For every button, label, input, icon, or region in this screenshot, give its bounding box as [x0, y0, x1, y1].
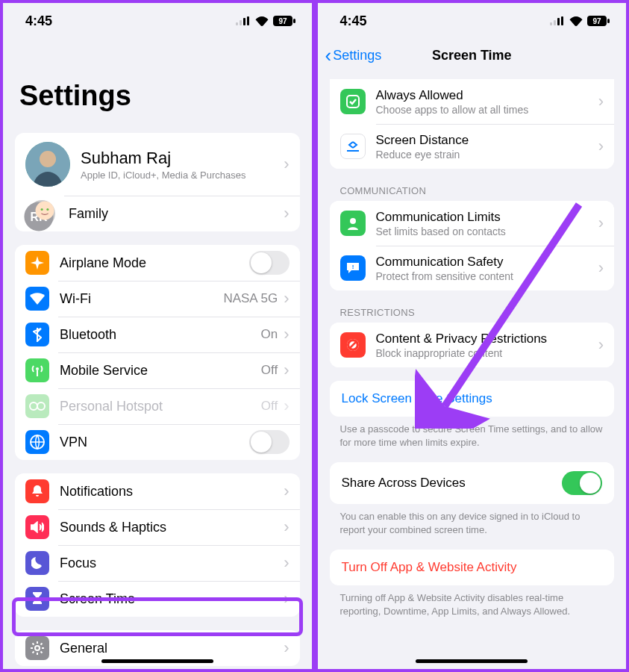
svg-rect-20 — [554, 20, 556, 25]
notifications-row[interactable]: Notifications › — [15, 473, 300, 509]
nav-title: Screen Time — [432, 48, 512, 63]
svg-rect-24 — [607, 19, 610, 23]
wifi-row[interactable]: Wi-Fi NASA 5G › — [15, 281, 300, 317]
svg-point-12 — [41, 208, 43, 211]
back-button[interactable]: ‹ Settings — [325, 39, 382, 72]
chevron-right-icon: › — [284, 638, 289, 658]
row-label: Wi-Fi — [60, 291, 223, 307]
communication-safety-row[interactable]: ! Communication SafetyProtect from sensi… — [330, 246, 615, 290]
row-value: On — [260, 327, 278, 342]
communication-limits-row[interactable]: Communication LimitsSet limits based on … — [330, 201, 615, 246]
home-indicator[interactable] — [416, 659, 528, 663]
section-header-restrictions: RESTRICTIONS — [318, 290, 627, 323]
row-subtitle: Choose apps to allow at all times — [376, 104, 598, 116]
svg-point-11 — [36, 202, 54, 220]
row-label: Airplane Mode — [60, 255, 249, 271]
gear-icon — [25, 636, 49, 660]
chevron-right-icon: › — [284, 155, 289, 174]
chat-bubble-icon: ! — [340, 255, 366, 281]
chevron-right-icon: › — [598, 258, 604, 278]
family-row[interactable]: RK Family › — [15, 196, 300, 231]
person-icon — [340, 211, 366, 236]
row-value: Off — [261, 363, 278, 378]
share-toggle[interactable] — [562, 471, 602, 495]
svg-rect-22 — [561, 16, 563, 25]
svg-point-27 — [350, 218, 356, 224]
vpn-toggle[interactable] — [249, 430, 290, 454]
family-label: Family — [69, 206, 284, 222]
wifi-icon — [25, 287, 49, 311]
apple-id-row[interactable]: Subham Raj Apple ID, iCloud+, Media & Pu… — [15, 133, 300, 196]
wifi-icon — [255, 16, 269, 26]
chevron-right-icon: › — [284, 482, 289, 501]
battery-icon: 97 — [273, 16, 295, 26]
wifi-icon — [569, 16, 583, 26]
section-header-communication: COMMUNICATION — [318, 169, 627, 201]
profile-name: Subham Raj — [81, 149, 284, 168]
profile-sub: Apple ID, iCloud+, Media & Purchases — [81, 169, 284, 181]
sounds-row[interactable]: Sounds & Haptics › — [15, 509, 300, 545]
row-label: VPN — [60, 435, 249, 450]
vpn-icon — [25, 430, 49, 454]
row-title: Always Allowed — [376, 88, 598, 103]
avatar — [25, 142, 70, 187]
screen-time-row[interactable]: Screen Time › — [15, 581, 300, 617]
svg-point-8 — [40, 151, 56, 167]
always-allowed-row[interactable]: Always AllowedChoose apps to allow at al… — [330, 79, 615, 124]
row-subtitle: Block inappropriate content — [376, 347, 598, 359]
status-time: 4:45 — [340, 13, 367, 29]
vpn-row[interactable]: VPN — [15, 424, 300, 460]
connectivity-group: Airplane Mode Wi-Fi NASA 5G › Bluetooth … — [15, 245, 300, 460]
share-across-devices-row[interactable]: Share Across Devices — [330, 462, 615, 504]
row-label: Focus — [60, 556, 284, 571]
chevron-right-icon: › — [284, 553, 289, 573]
status-icons: 97 — [550, 16, 610, 26]
row-label: General — [60, 641, 284, 656]
link-label: Lock Screen Time Settings — [342, 391, 492, 405]
allowed-group: Always AllowedChoose apps to allow at al… — [330, 79, 615, 169]
screen-time-screen: 4:45 97 ‹ Settings Screen Time Always Al… — [315, 0, 630, 672]
chevron-left-icon: ‹ — [325, 44, 332, 67]
turn-off-activity-button[interactable]: Turn Off App & Website Activity — [330, 550, 615, 585]
mobile-service-row[interactable]: Mobile Service Off › — [15, 352, 300, 388]
bluetooth-icon — [25, 323, 49, 346]
airplane-mode-row[interactable]: Airplane Mode — [15, 245, 300, 281]
svg-rect-1 — [240, 20, 242, 25]
hotspot-icon — [25, 394, 49, 418]
row-label: Personal Hotspot — [60, 399, 261, 414]
screen-distance-row[interactable]: Screen DistanceReduce eye strain › — [330, 124, 615, 169]
row-title: Communication Limits — [376, 210, 598, 225]
check-shield-icon — [340, 89, 366, 114]
svg-point-13 — [46, 208, 48, 211]
svg-point-15 — [30, 402, 37, 410]
nav-bar: ‹ Settings Screen Time — [318, 39, 627, 72]
row-subtitle: Protect from sensitive content — [376, 270, 598, 282]
antenna-icon — [25, 358, 49, 382]
airplane-toggle[interactable] — [249, 251, 290, 275]
content-privacy-row[interactable]: Content & Privacy RestrictionsBlock inap… — [330, 323, 615, 367]
airplane-icon — [25, 251, 49, 275]
row-label: Mobile Service — [60, 363, 261, 379]
row-value: NASA 5G — [223, 291, 278, 306]
home-indicator[interactable] — [101, 659, 213, 663]
turnoff-footer: Turning off App & Website Activity disab… — [318, 585, 627, 640]
row-title: Screen Distance — [376, 133, 598, 148]
restrictions-group: Content & Privacy RestrictionsBlock inap… — [330, 323, 615, 367]
personal-hotspot-row[interactable]: Personal Hotspot Off › — [15, 388, 300, 424]
focus-row[interactable]: Focus › — [15, 545, 300, 581]
chevron-right-icon: › — [284, 361, 289, 380]
hourglass-icon — [25, 587, 49, 611]
lock-screen-time-button[interactable]: Lock Screen Time Settings — [330, 381, 615, 417]
row-subtitle: Set limits based on contacts — [376, 225, 598, 237]
svg-point-16 — [37, 402, 45, 410]
chevron-right-icon: › — [284, 289, 289, 308]
row-title: Content & Privacy Restrictions — [376, 332, 598, 346]
row-label: Notifications — [60, 484, 284, 500]
chevron-right-icon: › — [598, 92, 604, 111]
no-entry-icon — [340, 332, 366, 358]
status-bar: 4:45 97 — [318, 3, 627, 39]
bluetooth-row[interactable]: Bluetooth On › — [15, 317, 300, 352]
svg-text:97: 97 — [592, 17, 601, 25]
status-bar: 4:45 97 — [3, 3, 312, 39]
cellular-icon — [236, 16, 251, 25]
